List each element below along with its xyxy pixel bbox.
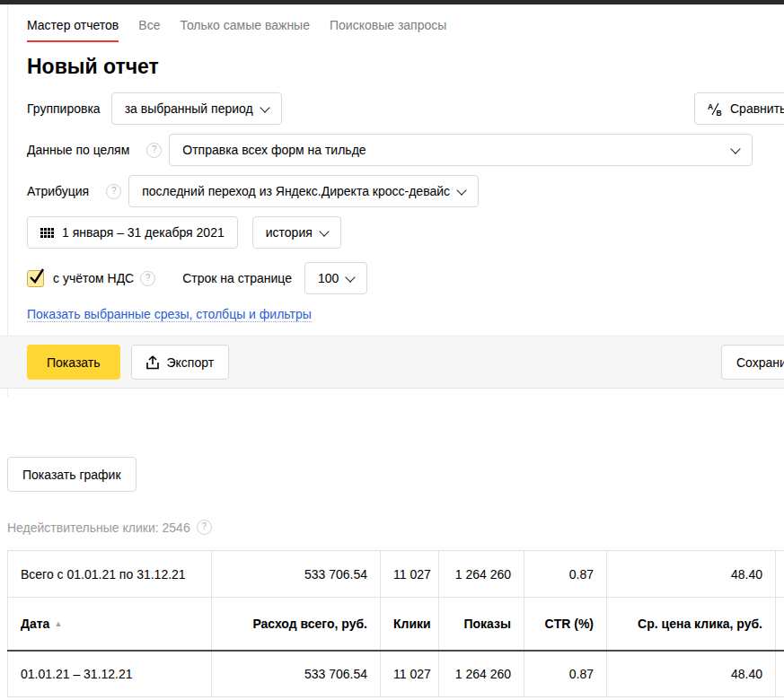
table-total-row: Всего с 01.01.21 по 31.12.21 533 706.54 … bbox=[8, 551, 784, 598]
row-clicks-cell: 11 027 bbox=[381, 651, 439, 697]
tab-master-reports[interactable]: Мастер отчетов bbox=[27, 18, 119, 42]
row-period-cell: 01.01.21 – 31.12.21 bbox=[8, 651, 212, 697]
show-slices-link[interactable]: Показать выбранные срезы, столбцы и филь… bbox=[27, 307, 312, 322]
total-avg-cpc-cell: 48.40 bbox=[607, 551, 776, 598]
svg-text:B: B bbox=[717, 109, 722, 116]
row-ctr-cell: 0.87 bbox=[524, 651, 607, 697]
attribution-select[interactable]: последний переход из Яндекс.Директа крос… bbox=[128, 175, 479, 207]
window-top-strip bbox=[0, 0, 784, 4]
column-header-cost[interactable]: Расход всего, руб. bbox=[212, 598, 381, 652]
total-extra-cell bbox=[776, 551, 784, 598]
total-cost-cell: 533 706.54 bbox=[212, 551, 381, 598]
invalid-clicks-note: Недействительные клики: 2546 ? bbox=[7, 520, 784, 535]
total-clicks-cell: 11 027 bbox=[381, 551, 439, 598]
row-avg-cpc-cell: 48.40 bbox=[607, 651, 776, 697]
tab-all[interactable]: Все bbox=[138, 18, 160, 40]
chevron-down-icon bbox=[456, 185, 466, 195]
ab-test-icon: A B bbox=[708, 102, 723, 116]
save-report-button[interactable]: Сохрани bbox=[721, 345, 784, 380]
vat-label: с учётом НДС bbox=[53, 271, 134, 285]
help-icon[interactable]: ? bbox=[140, 271, 155, 286]
show-report-button[interactable]: Показать bbox=[27, 345, 120, 380]
column-header-ctr[interactable]: CTR (%) bbox=[524, 598, 607, 652]
goals-select[interactable]: Отправка всех форм на тильде bbox=[169, 134, 753, 166]
goals-label: Данные по целям bbox=[27, 143, 129, 157]
column-header-date[interactable]: Дата▲ bbox=[8, 598, 212, 652]
svg-text:A: A bbox=[708, 102, 713, 111]
compare-button[interactable]: A B Сравнить bbox=[694, 92, 784, 125]
history-label: история bbox=[266, 225, 313, 240]
table-header-row: Дата▲ Расход всего, руб. Клики Показы CT… bbox=[8, 598, 784, 652]
vat-row: с учётом НДС ? Строк на странице 100 bbox=[27, 262, 784, 294]
total-period-cell: Всего с 01.01.21 по 31.12.21 bbox=[8, 551, 212, 598]
rows-per-page-label: Строк на странице bbox=[182, 271, 292, 285]
page-title: Новый отчет bbox=[27, 55, 784, 79]
grouping-row: Группировка за выбранный период A B Срав… bbox=[27, 92, 784, 125]
slices-link-row: Показать выбранные срезы, столбцы и филь… bbox=[27, 307, 784, 321]
goals-value: Отправка всех форм на тильде bbox=[182, 143, 366, 157]
actions-toolbar: Показать Экспорт Сохрани bbox=[0, 336, 784, 389]
total-ctr-cell: 0.87 bbox=[524, 551, 607, 598]
grouping-select[interactable]: за выбранный период bbox=[111, 92, 282, 125]
export-label: Экспорт bbox=[167, 355, 215, 370]
calendar-grid-icon bbox=[40, 228, 54, 238]
attribution-value: последний переход из Яндекс.Директа крос… bbox=[142, 184, 450, 198]
attribution-label: Атрибуция bbox=[27, 184, 89, 198]
compare-label: Сравнить bbox=[730, 101, 784, 116]
chevron-down-icon bbox=[319, 226, 329, 236]
grouping-label: Группировка bbox=[27, 101, 101, 116]
column-header-avg-cpc[interactable]: Ср. цена клика, руб. bbox=[607, 598, 776, 652]
report-tabs: Мастер отчетов Все Только самые важные П… bbox=[27, 18, 784, 42]
date-range-button[interactable]: 1 января – 31 декабря 2021 bbox=[27, 216, 238, 249]
row-cost-cell: 533 706.54 bbox=[212, 651, 381, 697]
rows-per-page-select[interactable]: 100 bbox=[304, 262, 367, 294]
date-range-value: 1 января – 31 декабря 2021 bbox=[62, 225, 225, 240]
save-label: Сохрани bbox=[736, 355, 784, 370]
date-header-label: Дата bbox=[21, 617, 49, 631]
checkmark-icon bbox=[30, 267, 45, 284]
invalid-clicks-text: Недействительные клики: 2546 bbox=[7, 521, 190, 535]
show-chart-button[interactable]: Показать график bbox=[7, 457, 137, 492]
tab-only-important[interactable]: Только самые важные bbox=[180, 18, 310, 40]
chevron-down-icon bbox=[731, 144, 741, 153]
rows-per-page-value: 100 bbox=[318, 271, 339, 285]
goals-row: Данные по целям ? Отправка всех форм на … bbox=[27, 134, 784, 166]
column-header-impressions[interactable]: Показы bbox=[439, 598, 524, 652]
row-impressions-cell: 1 264 260 bbox=[439, 651, 524, 697]
table-row: 01.01.21 – 31.12.21 533 706.54 11 027 1 … bbox=[8, 651, 784, 697]
period-row: 1 января – 31 декабря 2021 история bbox=[27, 216, 784, 249]
grouping-value: за выбранный период bbox=[125, 101, 253, 116]
help-icon[interactable]: ? bbox=[146, 143, 162, 158]
help-icon[interactable]: ? bbox=[106, 184, 121, 199]
tab-search-queries[interactable]: Поисковые запросы bbox=[330, 18, 446, 40]
row-extra-cell bbox=[776, 651, 784, 697]
chevron-down-icon bbox=[260, 102, 269, 112]
export-button[interactable]: Экспорт bbox=[131, 345, 230, 380]
column-header-clicks[interactable]: Клики bbox=[381, 598, 439, 652]
sort-asc-icon: ▲ bbox=[54, 619, 62, 628]
attribution-row: Атрибуция ? последний переход из Яндекс.… bbox=[27, 175, 784, 207]
report-table: Всего с 01.01.21 по 31.12.21 533 706.54 … bbox=[7, 550, 784, 697]
history-select[interactable]: история bbox=[252, 216, 341, 249]
total-impressions-cell: 1 264 260 bbox=[439, 551, 524, 598]
chevron-down-icon bbox=[346, 272, 356, 282]
upload-icon bbox=[146, 355, 159, 370]
column-header-extra bbox=[776, 598, 784, 652]
vat-checkbox[interactable] bbox=[27, 270, 44, 287]
help-icon[interactable]: ? bbox=[197, 520, 212, 535]
